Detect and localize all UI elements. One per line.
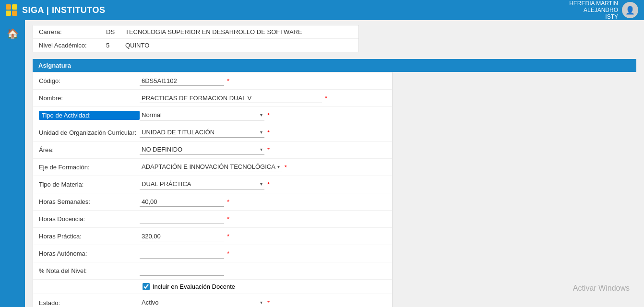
app-header: SIGA | INSTITUTOS HEREDIA MARTIN ALEJAND… [0,0,644,20]
unidad-value: UNIDAD DE TITULACIÓN [140,128,260,137]
horas-practica-row: Horas Práctica: * [33,228,392,245]
app-body: 🏠 Carrera: DS TECNOLOGIA SUPERIOR EN DES… [0,20,644,307]
tipo-materia-control: DUAL PRÁCTICA ▾ * [140,179,386,189]
area-select[interactable]: NO DEFINIDO ▾ [140,145,264,155]
sidebar-home-button[interactable]: 🏠 [4,25,21,42]
nombre-control: * [140,94,386,103]
horas-practica-input[interactable] [140,232,224,241]
area-row: Área: NO DEFINIDO ▾ * [33,142,392,159]
area-value: NO DEFINIDO [140,145,260,154]
tipo-actividad-value: Normal [140,110,260,119]
tipo-actividad-select[interactable]: Normal ▾ [140,110,264,120]
carrera-label: Carrera: [39,28,106,35]
tipo-materia-label: Tipo de Materia: [39,181,140,188]
estado-label: Estado: [39,299,140,307]
horas-autonoma-control: * [140,249,386,259]
codigo-control: * [140,76,386,86]
nivel-value: QUINTO [125,42,149,49]
codigo-label: Código: [39,77,140,84]
chevron-down-icon: ▾ [260,181,264,187]
chevron-down-icon: ▾ [260,112,264,118]
estado-select[interactable]: Activo ▾ [140,298,264,307]
unidad-select[interactable]: UNIDAD DE TITULACIÓN ▾ [140,128,264,138]
user-name3: ISTY [569,13,618,20]
info-block: Carrera: DS TECNOLOGIA SUPERIOR EN DESAR… [33,25,359,52]
horas-docencia-input[interactable] [140,214,224,224]
horas-autonoma-required: * [227,250,229,257]
user-name1: HEREDIA MARTIN [569,0,618,7]
horas-semanales-label: Horas Semanales: [39,198,140,205]
carrera-row: Carrera: DS TECNOLOGIA SUPERIOR EN DESAR… [33,25,358,39]
chevron-down-icon: ▾ [260,147,264,152]
estado-row: Estado: Activo ▾ * [33,294,392,307]
horas-semanales-control: * [140,197,386,207]
horas-semanales-input[interactable] [140,197,224,207]
horas-semanales-required: * [227,198,229,205]
estado-value: Activo [140,298,260,307]
area-label: Área: [39,146,140,154]
unidad-row: Unidad de Organización Curricular: UNIDA… [33,124,392,142]
tipo-materia-select[interactable]: DUAL PRÁCTICA ▾ [140,179,264,189]
area-required: * [267,146,270,154]
horas-practica-label: Horas Práctica: [39,233,140,240]
horas-docencia-control: * [140,214,386,224]
horas-autonoma-label: Horas Autónoma: [39,250,140,257]
estado-control: Activo ▾ * [140,298,386,307]
eje-value: ADAPTACIÓN E INNOVACIÓN TECNOLÓGICA [140,162,277,171]
app-logo [6,4,17,16]
tipo-actividad-control: Normal ▾ * [140,110,386,120]
main-content: Carrera: DS TECNOLOGIA SUPERIOR EN DESAR… [25,20,644,307]
eje-row: Eje de Formación: ADAPTACIÓN E INNOVACIÓ… [33,159,392,176]
eje-select[interactable]: ADAPTACIÓN E INNOVACIÓN TECNOLÓGICA ▾ [140,162,282,172]
carrera-value: TECNOLOGIA SUPERIOR EN DESARROLLO DE SOF… [125,28,302,35]
incluir-eval-checkbox[interactable] [143,283,150,290]
nivel-code: 5 [106,42,125,49]
user-info: HEREDIA MARTIN ALEJANDRO ISTY 👤 [569,0,638,20]
asignatura-form: Código: * Nombre: * Tipo de Ac [33,72,393,307]
tipo-actividad-required: * [267,112,270,119]
nombre-required: * [325,94,327,102]
area-control: NO DEFINIDO ▾ * [140,145,386,155]
incluir-eval-row: Incluir en Evaluación Docente [33,280,392,294]
section-title: Asignatura [33,59,636,72]
unidad-control: UNIDAD DE TITULACIÓN ▾ * [140,128,386,138]
logo-icon [6,4,17,16]
unidad-required: * [267,129,270,136]
unidad-label: Unidad de Organización Curricular: [39,129,140,136]
nota-nivel-label: % Nota del Nivel: [39,267,140,274]
eje-label: Eje de Formación: [39,164,140,171]
codigo-row: Código: * [33,72,392,90]
horas-practica-required: * [227,233,229,240]
chevron-down-icon: ▾ [260,300,264,305]
nombre-label: Nombre: [39,94,140,102]
horas-docencia-required: * [227,215,229,223]
nivel-label: Nivel Académico: [39,42,106,49]
asignatura-section: Asignatura Código: * Nombre: * [33,59,636,307]
tipo-materia-required: * [267,181,270,188]
horas-autonoma-input[interactable] [140,249,224,259]
app-title: SIGA | INSTITUTOS [22,5,106,15]
estado-required: * [267,299,270,307]
codigo-required: * [227,77,229,84]
horas-practica-control: * [140,232,386,241]
nivel-row: Nivel Académico: 5 QUINTO [33,39,358,52]
sidebar: 🏠 [0,20,25,307]
codigo-input[interactable] [140,76,224,86]
horas-docencia-label: Horas Docencia: [39,215,140,223]
horas-autonoma-row: Horas Autónoma: * [33,245,392,262]
user-name2: ALEJANDRO [569,7,618,13]
tipo-materia-row: Tipo de Materia: DUAL PRÁCTICA ▾ * [33,176,392,193]
incluir-eval-label: Incluir en Evaluación Docente [153,283,235,290]
nombre-row: Nombre: * [33,90,392,107]
nota-nivel-row: % Nota del Nivel: [33,262,392,280]
chevron-down-icon: ▾ [277,164,282,169]
nota-nivel-input[interactable] [140,266,224,276]
chevron-down-icon: ▾ [260,130,264,135]
tipo-actividad-label: Tipo de Actividad: [39,111,140,120]
horas-semanales-row: Horas Semanales: * [33,193,392,211]
carrera-code: DS [106,28,125,35]
avatar: 👤 [622,2,638,18]
eje-control: ADAPTACIÓN E INNOVACIÓN TECNOLÓGICA ▾ * [140,162,386,172]
nombre-input[interactable] [140,94,322,103]
nota-nivel-control [140,266,386,276]
